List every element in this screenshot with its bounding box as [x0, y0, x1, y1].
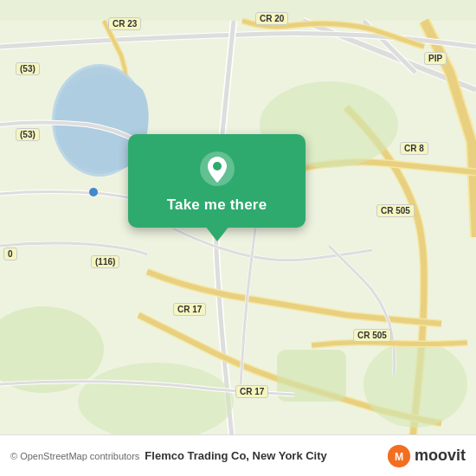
road-label-cr23: CR 23 — [108, 17, 141, 30]
map-container: CR 20CR 23PIP(53)CR 8(53)CR 505(116)0CR … — [0, 0, 476, 476]
moovit-logo-icon: M — [387, 444, 411, 468]
road-label-cr8: CR 8 — [400, 142, 428, 155]
road-label-cr20: CR 20 — [255, 12, 288, 25]
map-svg — [0, 0, 476, 476]
svg-point-13 — [89, 188, 98, 196]
map-background — [0, 0, 476, 476]
take-me-there-button[interactable]: Take me there — [167, 196, 267, 214]
svg-point-10 — [363, 341, 467, 428]
road-label-n53a: (53) — [16, 62, 40, 75]
road-label-pip: PIP — [424, 52, 447, 65]
popup-card[interactable]: Take me there — [128, 134, 306, 228]
road-label-n53b: (53) — [16, 128, 40, 141]
road-label-n116: (116) — [91, 255, 119, 268]
road-label-n0: 0 — [3, 248, 17, 261]
road-label-cr17b: CR 17 — [235, 385, 268, 398]
bottom-bar: © OpenStreetMap contributors Flemco Trad… — [0, 434, 476, 476]
road-label-cr505b: CR 505 — [353, 329, 391, 342]
location-pin-icon — [198, 150, 236, 188]
moovit-text: moovit — [415, 447, 466, 465]
moovit-logo: M moovit — [387, 444, 466, 468]
location-name: Flemco Trading Co, New York City — [145, 449, 326, 462]
svg-point-15 — [213, 162, 222, 170]
copyright-text: © OpenStreetMap contributors — [10, 451, 139, 461]
road-label-cr17a: CR 17 — [173, 303, 206, 316]
svg-point-11 — [78, 363, 234, 441]
road-label-cr505a: CR 505 — [376, 204, 415, 217]
svg-text:M: M — [395, 451, 403, 463]
